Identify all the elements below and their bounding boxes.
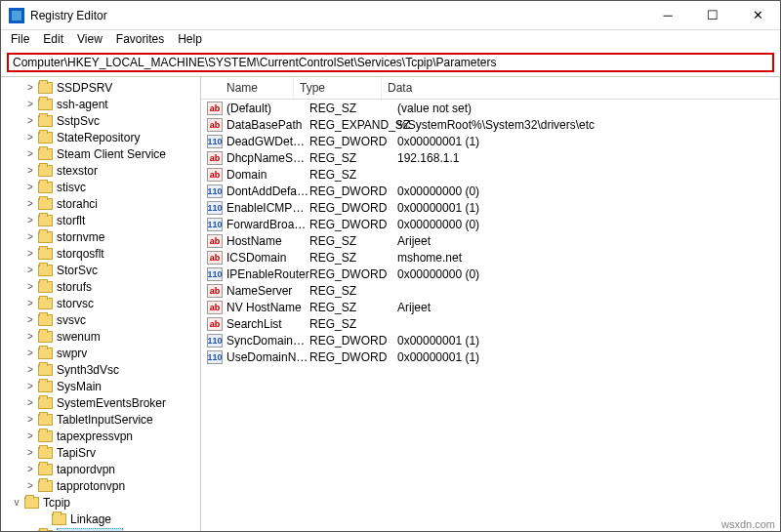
menu-help[interactable]: Help — [178, 32, 202, 48]
col-data[interactable]: Data — [382, 77, 780, 99]
value-list[interactable]: Name Type Data ab(Default)REG_SZ(value n… — [201, 77, 780, 531]
tree-item[interactable]: >storvsc — [1, 295, 200, 311]
tree-item[interactable]: vParameters — [1, 527, 200, 531]
folder-icon — [38, 132, 53, 143]
tree-twisty-icon[interactable]: > — [24, 397, 36, 408]
tree-item[interactable]: >Steam Client Service — [1, 145, 200, 162]
folder-icon — [38, 348, 53, 359]
close-button[interactable]: ✕ — [735, 1, 780, 30]
tree-item[interactable]: >StorSvc — [1, 262, 200, 278]
folder-icon — [38, 464, 53, 475]
tree-twisty-icon[interactable]: > — [24, 447, 36, 458]
tree-twisty-icon[interactable]: > — [24, 348, 36, 358]
tree-item[interactable]: >ssh-agent — [1, 96, 200, 112]
tree-item[interactable]: >stornvme — [1, 228, 200, 245]
value-row[interactable]: abDhcpNameServerREG_SZ192.168.1.1 — [201, 149, 780, 166]
value-row[interactable]: 110EnableICMPRedi…REG_DWORD0x00000001 (1… — [201, 199, 780, 216]
tree-item[interactable]: >TabletInputService — [1, 411, 200, 428]
value-row[interactable]: 110UseDomainNam…REG_DWORD0x00000001 (1) — [201, 348, 780, 365]
tree-item[interactable]: >SstpSvc — [1, 112, 200, 129]
tree-twisty-icon[interactable]: > — [24, 198, 36, 209]
tree-item[interactable]: >stisvc — [1, 179, 200, 195]
menu-favorites[interactable]: Favorites — [116, 32, 164, 48]
tree-item[interactable]: >storufs — [1, 278, 200, 295]
tree-twisty-icon[interactable]: > — [24, 115, 36, 126]
address-bar-wrap — [1, 50, 780, 76]
value-type: REG_SZ — [309, 317, 397, 331]
tree-item[interactable]: >stexstor — [1, 162, 200, 179]
tree-twisty-icon[interactable]: > — [24, 430, 36, 441]
tree-item[interactable]: >storqosflt — [1, 245, 200, 262]
minimize-button[interactable]: ─ — [645, 1, 690, 30]
tree-twisty-icon[interactable]: > — [24, 132, 36, 143]
value-type: REG_SZ — [309, 102, 397, 115]
value-row[interactable]: 110IPEnableRouterREG_DWORD0x00000000 (0) — [201, 266, 780, 282]
tree-twisty-icon[interactable]: > — [24, 231, 36, 242]
string-icon: ab — [207, 251, 223, 265]
tree-item[interactable]: >tapexpressvpn — [1, 428, 200, 444]
tree-item[interactable]: Linkage — [1, 511, 200, 527]
address-bar[interactable] — [7, 53, 774, 72]
tree-twisty-icon[interactable]: > — [24, 82, 36, 93]
tree-item[interactable]: >SystemEventsBroker — [1, 394, 200, 411]
tree-item[interactable]: >tapnordvpn — [1, 461, 200, 477]
tree-twisty-icon[interactable]: v — [24, 530, 36, 531]
menu-view[interactable]: View — [77, 32, 103, 48]
tree-item[interactable]: >TapiSrv — [1, 444, 200, 461]
tree-twisty-icon[interactable]: > — [24, 314, 36, 325]
value-row[interactable]: 110DontAddDefault…REG_DWORD0x00000000 (0… — [201, 183, 780, 199]
tree-twisty-icon[interactable]: > — [24, 215, 36, 225]
value-row[interactable]: ab(Default)REG_SZ(value not set) — [201, 100, 780, 116]
tree-item[interactable]: >swenum — [1, 328, 200, 345]
tree-twisty-icon[interactable]: > — [24, 248, 36, 259]
tree-item[interactable]: >swprv — [1, 345, 200, 361]
tree-twisty-icon[interactable]: > — [24, 298, 36, 308]
tree-item[interactable]: >tapprotonvpn — [1, 477, 200, 494]
value-row[interactable]: abDataBasePathREG_EXPAND_SZ%SystemRoot%\… — [201, 116, 780, 133]
tree-twisty-icon[interactable]: > — [24, 331, 36, 342]
value-row[interactable]: 110ForwardBroadca…REG_DWORD0x00000000 (0… — [201, 216, 780, 232]
tree-twisty-icon[interactable]: v — [11, 497, 22, 508]
titlebar[interactable]: Registry Editor ─ ☐ ✕ — [1, 1, 780, 30]
tree-twisty-icon[interactable]: > — [24, 148, 36, 159]
value-row[interactable]: abHostNameREG_SZArijeet — [201, 232, 780, 249]
value-row[interactable]: abICSDomainREG_SZmshome.net — [201, 249, 780, 266]
tree-twisty-icon[interactable]: > — [24, 99, 36, 109]
tree-item[interactable]: >StateRepository — [1, 129, 200, 145]
tree-item[interactable]: >storflt — [1, 212, 200, 228]
tree-label: stisvc — [57, 181, 86, 194]
tree-item[interactable]: >SysMain — [1, 378, 200, 394]
tree-twisty-icon[interactable]: > — [24, 480, 36, 491]
value-row[interactable]: abNameServerREG_SZ — [201, 282, 780, 299]
folder-icon — [38, 265, 53, 276]
binary-icon: 110 — [207, 201, 223, 215]
tree-twisty-icon[interactable]: > — [24, 281, 36, 292]
string-icon: ab — [207, 284, 223, 298]
value-row[interactable]: abSearchListREG_SZ — [201, 315, 780, 332]
menu-file[interactable]: File — [11, 32, 29, 48]
tree-twisty-icon[interactable]: > — [24, 414, 36, 425]
tree-item[interactable]: >SSDPSRV — [1, 79, 200, 96]
menu-edit[interactable]: Edit — [43, 32, 63, 48]
tree-twisty-icon[interactable]: > — [24, 464, 36, 474]
col-name[interactable]: Name — [201, 77, 294, 99]
maximize-button[interactable]: ☐ — [690, 1, 735, 30]
tree-twisty-icon[interactable]: > — [24, 364, 36, 375]
tree-item[interactable]: vTcpip — [1, 494, 200, 511]
value-row[interactable]: abNV HostNameREG_SZArijeet — [201, 299, 780, 315]
tree-item[interactable]: >svsvc — [1, 311, 200, 328]
tree-item[interactable]: >storahci — [1, 195, 200, 212]
tree-twisty-icon[interactable]: > — [24, 381, 36, 391]
tree-item[interactable]: >Synth3dVsc — [1, 361, 200, 378]
binary-icon: 110 — [207, 334, 223, 348]
registry-tree[interactable]: >SSDPSRV>ssh-agent>SstpSvc>StateReposito… — [1, 77, 201, 531]
value-row[interactable]: abDomainREG_SZ — [201, 166, 780, 183]
value-row[interactable]: 110DeadGWDetect…REG_DWORD0x00000001 (1) — [201, 133, 780, 149]
tree-twisty-icon[interactable]: > — [24, 265, 36, 275]
col-type[interactable]: Type — [294, 77, 382, 99]
tree-label: tapexpressvpn — [57, 430, 133, 443]
value-row[interactable]: 110SyncDomainWit…REG_DWORD0x00000001 (1) — [201, 332, 780, 348]
value-type: REG_DWORD — [309, 184, 397, 198]
tree-twisty-icon[interactable]: > — [24, 182, 36, 192]
tree-twisty-icon[interactable]: > — [24, 165, 36, 176]
